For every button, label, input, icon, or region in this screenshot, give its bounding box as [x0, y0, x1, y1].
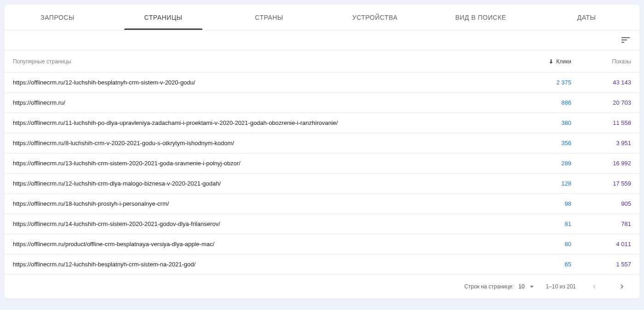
row-clicks: 289 — [512, 160, 571, 167]
table-row[interactable]: https://offlinecrm.ru/18-luchshih-prosty… — [5, 194, 639, 214]
table-body: https://offlinecrm.ru/12-luchshih-bespla… — [5, 73, 639, 275]
next-page-button[interactable] — [613, 282, 631, 291]
table-header: Популярные страницы Клики Показы — [5, 51, 639, 73]
main-card: ЗАПРОСЫ СТРАНИЦЫ СТРАНЫ УСТРОЙСТВА ВИД В… — [5, 5, 639, 299]
table-row[interactable]: https://offlinecrm.ru/product/offline-cr… — [5, 234, 639, 254]
sort-descending-icon — [548, 58, 554, 65]
rows-per-page-select[interactable]: 10 — [518, 282, 536, 291]
row-impressions: 4 011 — [571, 241, 631, 248]
chevron-right-icon — [618, 282, 626, 291]
row-url: https://offlinecrm.ru/ — [13, 99, 512, 106]
table-row[interactable]: https://offlinecrm.ru/14-luchshih-crm-si… — [5, 214, 639, 234]
row-url: https://offlinecrm.ru/18-luchshih-prosty… — [13, 200, 512, 207]
row-impressions: 16 992 — [571, 160, 631, 167]
header-page: Популярные страницы — [13, 58, 512, 65]
pagination-range: 1–10 из 201 — [546, 283, 576, 290]
row-impressions: 781 — [571, 220, 631, 227]
tabs-bar: ЗАПРОСЫ СТРАНИЦЫ СТРАНЫ УСТРОЙСТВА ВИД В… — [5, 5, 639, 30]
row-url: https://offlinecrm.ru/12-luchshih-crm-dl… — [13, 180, 512, 187]
row-impressions: 1 557 — [571, 261, 631, 268]
row-clicks: 886 — [512, 99, 571, 106]
table-row[interactable]: https://offlinecrm.ru/12-luchshih-crm-dl… — [5, 174, 639, 194]
chevron-left-icon — [590, 282, 598, 291]
row-url: https://offlinecrm.ru/12-luchshih-bespla… — [13, 261, 512, 268]
header-clicks-label: Клики — [556, 58, 571, 65]
table-row[interactable]: https://offlinecrm.ru/12-luchshih-bespla… — [5, 254, 639, 275]
row-url: https://offlinecrm.ru/14-luchshih-crm-si… — [13, 220, 512, 227]
prev-page-button[interactable] — [585, 282, 604, 291]
row-clicks: 65 — [512, 261, 571, 268]
tab-dates[interactable]: ДАТЫ — [534, 5, 639, 30]
row-clicks: 98 — [512, 200, 571, 207]
row-url: https://offlinecrm.ru/product/offline-cr… — [13, 241, 512, 248]
tab-queries[interactable]: ЗАПРОСЫ — [5, 5, 110, 30]
row-url: https://offlinecrm.ru/11-luchshih-po-dly… — [13, 119, 512, 126]
filter-icon[interactable] — [620, 35, 631, 46]
filter-bar — [5, 30, 639, 51]
row-impressions: 43 143 — [571, 79, 631, 86]
row-impressions: 20 703 — [571, 99, 631, 106]
row-impressions: 17 559 — [571, 180, 631, 187]
tab-pages[interactable]: СТРАНИЦЫ — [110, 5, 216, 30]
tab-devices[interactable]: УСТРОЙСТВА — [322, 5, 428, 30]
rows-per-page-value: 10 — [518, 283, 524, 290]
row-clicks: 80 — [512, 241, 571, 248]
row-impressions: 3 951 — [571, 140, 631, 147]
tab-countries[interactable]: СТРАНЫ — [216, 5, 322, 30]
row-clicks: 2 375 — [512, 79, 571, 86]
header-impressions[interactable]: Показы — [571, 58, 631, 65]
row-clicks: 356 — [512, 140, 571, 147]
table-row[interactable]: https://offlinecrm.ru/8-luchshih-crm-v-2… — [5, 133, 639, 153]
row-url: https://offlinecrm.ru/8-luchshih-crm-v-2… — [13, 140, 512, 147]
table-row[interactable]: https://offlinecrm.ru/12-luchshih-bespla… — [5, 73, 639, 93]
row-url: https://offlinecrm.ru/12-luchshih-bespla… — [13, 79, 512, 86]
header-clicks[interactable]: Клики — [512, 58, 571, 65]
row-clicks: 380 — [512, 119, 571, 126]
rows-per-page: Строк на странице: 10 — [464, 282, 536, 291]
table-row[interactable]: https://offlinecrm.ru/88620 703 — [5, 93, 639, 113]
row-clicks: 128 — [512, 180, 571, 187]
row-clicks: 81 — [512, 220, 571, 227]
table-row[interactable]: https://offlinecrm.ru/13-luchshih-crm-si… — [5, 153, 639, 174]
tab-search-appearance[interactable]: ВИД В ПОИСКЕ — [428, 5, 534, 30]
table-row[interactable]: https://offlinecrm.ru/11-luchshih-po-dly… — [5, 113, 639, 133]
row-impressions: 905 — [571, 200, 631, 207]
row-impressions: 11 558 — [571, 119, 631, 126]
pagination: Строк на странице: 10 1–10 из 201 — [5, 275, 639, 299]
dropdown-icon — [527, 282, 536, 291]
rows-per-page-label: Строк на странице: — [464, 283, 514, 290]
row-url: https://offlinecrm.ru/13-luchshih-crm-si… — [13, 160, 512, 167]
